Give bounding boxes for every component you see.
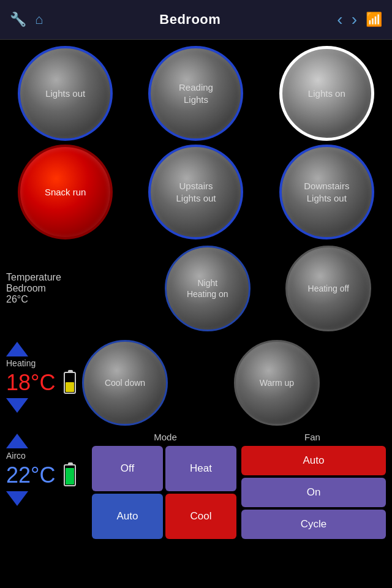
mode-off-button[interactable]: Off <box>92 446 163 491</box>
airco-up-arrow[interactable] <box>6 434 28 448</box>
hvac-right-buttons: Warm up <box>234 340 386 426</box>
reading-lights-button[interactable]: ReadingLights <box>148 46 243 141</box>
fan-column: Auto On Cycle <box>241 446 386 539</box>
airco-temp: 22°C <box>6 462 55 488</box>
cool-down-button[interactable]: Cool down <box>82 340 168 426</box>
fan-title: Fan <box>239 432 386 442</box>
airco-down-arrow[interactable] <box>6 491 28 506</box>
heating-label: Heating <box>6 358 36 368</box>
lights-out-button[interactable]: Lights out <box>18 46 113 141</box>
heating-battery-icon <box>64 372 76 394</box>
hvac-mid-buttons: Cool down <box>82 340 234 426</box>
fan-cycle-button[interactable]: Cycle <box>241 510 386 539</box>
fan-auto-button[interactable]: Auto <box>241 446 386 475</box>
mode-fan-section: Mode Fan Off Heat Auto Cool Auto On Cycl… <box>92 432 386 539</box>
mode-title: Mode <box>92 432 239 442</box>
heating-off-button[interactable]: Heating off <box>285 246 371 331</box>
snack-run-button[interactable]: Snack run <box>18 145 113 239</box>
night-heating-on-button[interactable]: NightHeating on <box>165 246 251 331</box>
airco-battery-icon <box>64 464 76 486</box>
temp-value: 26°C <box>6 294 28 305</box>
night-heating-on-button-container: NightHeating on <box>150 246 265 331</box>
hvac-section: Heating 18°C Cool down Warm up <box>0 336 392 429</box>
mode-cool-button[interactable]: Cool <box>165 494 236 539</box>
warm-up-button[interactable]: Warm up <box>234 340 320 426</box>
wrench-icon[interactable]: 🔧 <box>10 12 26 28</box>
mode-fan-labels: Mode Fan <box>92 432 386 442</box>
upstairs-lights-out-button[interactable]: UpstairsLights out <box>148 145 243 239</box>
header: 🔧 ⌂ Bedroom ‹ › 📶 <box>0 0 392 40</box>
airco-mode-fan-row: Airco 22°C Mode Fan Off Heat Auto Cool A… <box>0 429 392 539</box>
wifi-icon: 📶 <box>366 12 382 28</box>
header-left: 🔧 ⌂ <box>10 12 43 28</box>
header-right: ‹ › 📶 <box>337 10 382 29</box>
heating-temp: 18°C <box>6 370 55 396</box>
button-row-1: Lights out ReadingLights Lights on <box>0 46 392 141</box>
lights-on-button[interactable]: Lights on <box>279 46 374 141</box>
mode-auto-button[interactable]: Auto <box>92 494 163 539</box>
heating-up-arrow[interactable] <box>6 342 28 356</box>
heating-down-arrow[interactable] <box>6 398 28 413</box>
mode-fan-buttons: Off Heat Auto Cool Auto On Cycle <box>92 446 386 539</box>
temperature-info: Temperature Bedroom 26°C <box>6 272 144 305</box>
downstairs-lights-out-button[interactable]: DownstairsLights out <box>279 145 374 239</box>
heating-off-button-container: Heating off <box>271 246 386 331</box>
button-row-2: Snack run UpstairsLights out DownstairsL… <box>0 145 392 239</box>
page-title: Bedroom <box>159 12 221 28</box>
forward-icon[interactable]: › <box>352 10 357 29</box>
mode-column: Off Heat Auto Cool <box>92 446 236 539</box>
mode-heat-button[interactable]: Heat <box>165 446 236 491</box>
row3: Temperature Bedroom 26°C NightHeating on… <box>0 243 392 334</box>
airco-label: Airco <box>6 451 26 461</box>
heating-column: Heating 18°C <box>6 340 82 426</box>
airco-column: Airco 22°C <box>6 432 86 508</box>
home-icon[interactable]: ⌂ <box>35 12 43 28</box>
back-icon[interactable]: ‹ <box>337 10 342 29</box>
temp-label-line1: Temperature <box>6 272 61 283</box>
temp-label-line2: Bedroom <box>6 283 46 294</box>
fan-on-button[interactable]: On <box>241 478 386 507</box>
